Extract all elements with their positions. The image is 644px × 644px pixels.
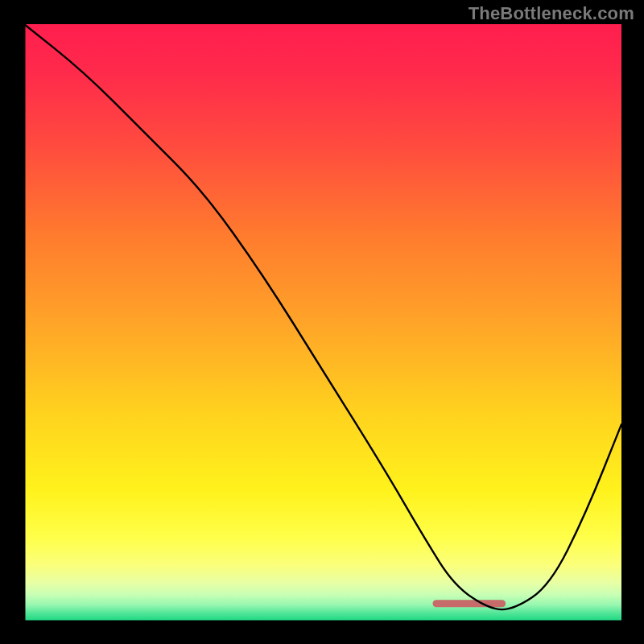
chart-svg	[0, 0, 644, 644]
chart-container: TheBottleneck.com	[0, 0, 644, 644]
plot-background	[24, 24, 621, 621]
